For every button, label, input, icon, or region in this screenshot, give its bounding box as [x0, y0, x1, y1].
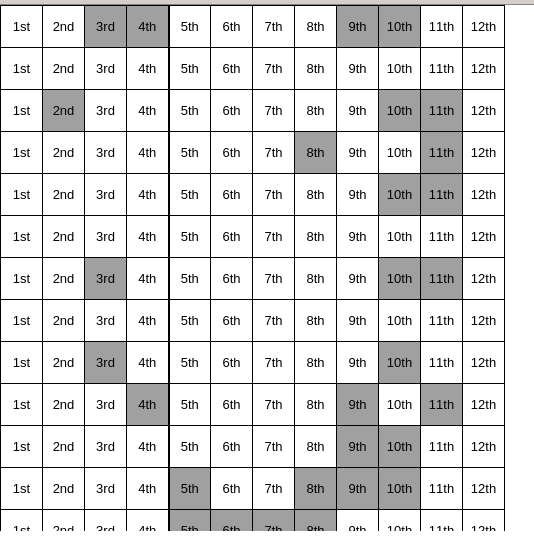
table-cell: 2nd [43, 174, 85, 216]
table-cell: 4th [127, 258, 169, 300]
table-cell: 11th [421, 48, 463, 90]
table-cell: 10th [379, 468, 421, 510]
table-cell: 4th [127, 216, 169, 258]
table-cell: 12th [463, 216, 505, 258]
table-cell: 6th [211, 90, 253, 132]
table-cell: 12th [463, 300, 505, 342]
table-cell: 10th [379, 48, 421, 90]
table-cell: 3rd [85, 6, 127, 48]
table-cell: 2nd [43, 132, 85, 174]
table-cell: 8th [295, 300, 337, 342]
table-cell: 12th [463, 258, 505, 300]
table-cell: 1st [1, 258, 43, 300]
table-cell: 1st [1, 132, 43, 174]
table-cell: 9th [337, 132, 379, 174]
table-cell: 9th [337, 216, 379, 258]
table-cell: 3rd [85, 300, 127, 342]
table-cell: 6th [211, 132, 253, 174]
table-cell: 12th [463, 510, 505, 532]
table-cell: 3rd [85, 90, 127, 132]
table-cell: 3rd [85, 132, 127, 174]
table-cell: 3rd [85, 174, 127, 216]
table-cell: 10th [379, 426, 421, 468]
table-cell: 11th [421, 132, 463, 174]
table-cell: 4th [127, 48, 169, 90]
table-cell: 7th [253, 6, 295, 48]
table-cell: 7th [253, 510, 295, 532]
table-cell: 8th [295, 426, 337, 468]
table-cell: 10th [379, 258, 421, 300]
table-cell: 9th [337, 426, 379, 468]
table-cell: 5th [169, 300, 211, 342]
table-cell: 10th [379, 510, 421, 532]
table-cell: 7th [253, 90, 295, 132]
table-cell: 4th [127, 384, 169, 426]
table-cell: 7th [253, 216, 295, 258]
table-cell: 5th [169, 216, 211, 258]
table-cell: 4th [127, 468, 169, 510]
table-cell: 5th [169, 6, 211, 48]
table-cell: 10th [379, 132, 421, 174]
table-cell: 7th [253, 468, 295, 510]
table-cell: 6th [211, 510, 253, 532]
table-cell: 12th [463, 426, 505, 468]
table-cell: 6th [211, 6, 253, 48]
table-cell: 12th [463, 132, 505, 174]
table-cell: 8th [295, 174, 337, 216]
table-cell: 8th [295, 342, 337, 384]
table-cell: 5th [169, 132, 211, 174]
table-cell: 8th [295, 6, 337, 48]
table-cell: 3rd [85, 48, 127, 90]
table-cell: 1st [1, 216, 43, 258]
table-cell: 1st [1, 342, 43, 384]
table-cell: 7th [253, 48, 295, 90]
table-cell: 1st [1, 174, 43, 216]
table-cell: 6th [211, 468, 253, 510]
table-cell: 1st [1, 6, 43, 48]
table-cell: 11th [421, 90, 463, 132]
table-cell: 11th [421, 342, 463, 384]
table-cell: 3rd [85, 468, 127, 510]
table-cell: 9th [337, 342, 379, 384]
table-cell: 1st [1, 510, 43, 532]
table-cell: 10th [379, 342, 421, 384]
table-cell: 5th [169, 426, 211, 468]
table-cell: 10th [379, 6, 421, 48]
table-cell: 8th [295, 384, 337, 426]
table-cell: 9th [337, 90, 379, 132]
table-cell: 10th [379, 384, 421, 426]
grid-container[interactable]: 1st2nd3rd4th5th6th7th8th9th10th11th12th1… [0, 5, 534, 531]
table-cell: 9th [337, 300, 379, 342]
table-cell: 11th [421, 384, 463, 426]
table-cell: 11th [421, 6, 463, 48]
table-cell: 3rd [85, 426, 127, 468]
table-cell: 1st [1, 300, 43, 342]
table-cell: 5th [169, 90, 211, 132]
table-cell: 2nd [43, 510, 85, 532]
table-cell: 5th [169, 174, 211, 216]
table-cell: 6th [211, 258, 253, 300]
table-cell: 11th [421, 300, 463, 342]
table-cell: 9th [337, 258, 379, 300]
table-cell: 9th [337, 6, 379, 48]
table-cell: 3rd [85, 510, 127, 532]
table-cell: 11th [421, 426, 463, 468]
table-cell: 4th [127, 342, 169, 384]
table-cell: 8th [295, 258, 337, 300]
table-cell: 12th [463, 468, 505, 510]
table-cell: 6th [211, 384, 253, 426]
table-cell: 11th [421, 468, 463, 510]
table-cell: 6th [211, 48, 253, 90]
table-cell: 7th [253, 342, 295, 384]
table-cell: 8th [295, 468, 337, 510]
table-cell: 5th [169, 258, 211, 300]
table-cell: 3rd [85, 216, 127, 258]
table-cell: 9th [337, 384, 379, 426]
table-cell: 12th [463, 90, 505, 132]
grid-table: 1st2nd3rd4th5th6th7th8th9th10th11th12th1… [0, 5, 505, 531]
table-cell: 2nd [43, 468, 85, 510]
table-cell: 6th [211, 216, 253, 258]
table-cell: 6th [211, 174, 253, 216]
table-cell: 7th [253, 174, 295, 216]
table-cell: 4th [127, 426, 169, 468]
